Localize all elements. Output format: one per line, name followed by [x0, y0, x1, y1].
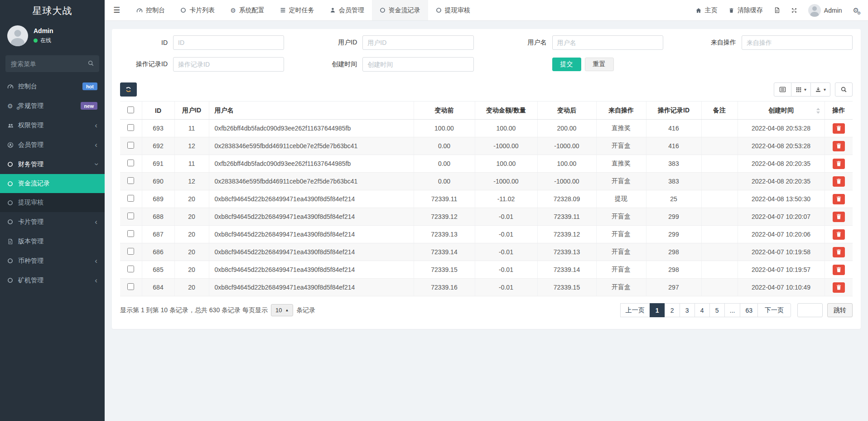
delete-button[interactable]: [833, 176, 845, 187]
sidebar-item-fund-records[interactable]: 资金流记录: [0, 174, 105, 193]
delete-button[interactable]: [833, 247, 845, 257]
cell-remark: [701, 226, 738, 243]
home-link[interactable]: 主页: [695, 6, 718, 15]
tab-members[interactable]: 会员管理: [322, 0, 372, 20]
page-size-dropdown[interactable]: 10 ▲: [271, 304, 293, 316]
tab-system-config[interactable]: ⚙ 系统配置: [222, 0, 272, 20]
op-record-id-input[interactable]: [173, 57, 284, 72]
row-checkbox[interactable]: [127, 266, 134, 272]
pagination-bar: 显示第 1 到第 10 条记录，总共 630 条记录 每页显示 10 ▲ 条记录…: [120, 303, 853, 317]
row-checkbox[interactable]: [127, 213, 134, 219]
col-created[interactable]: 创建时间: [738, 102, 825, 120]
cell-created: 2022-04-07 10:10:49: [738, 279, 825, 296]
export-dropdown-button[interactable]: ▾: [810, 82, 830, 97]
sidebar-item-versions[interactable]: 版本管理: [0, 232, 105, 251]
row-checkbox[interactable]: [127, 177, 134, 184]
table-row: 689 20 0xb8cf94645d22b268499471ea4390f8d…: [120, 190, 853, 208]
tab-dashboard[interactable]: 控制台: [129, 0, 173, 20]
circle-icon: [7, 181, 18, 187]
hot-badge: hot: [82, 82, 97, 90]
row-checkbox[interactable]: [127, 230, 134, 237]
clear-cache-link[interactable]: 清除缓存: [728, 6, 763, 15]
sidebar-item-members[interactable]: 会员管理 ‹: [0, 135, 105, 155]
row-checkbox[interactable]: [127, 160, 134, 166]
user-icon: [330, 7, 336, 13]
user-menu[interactable]: Admin: [808, 4, 842, 17]
id-input[interactable]: [173, 35, 284, 50]
username-input[interactable]: [552, 35, 663, 50]
cell-id: 692: [142, 137, 174, 155]
row-checkbox[interactable]: [127, 195, 134, 202]
page-button[interactable]: 5: [709, 303, 725, 317]
table-body: 693 11 0xfb26bff4db5fadc090d93ee262f1163…: [120, 120, 853, 296]
sort-icon[interactable]: [816, 108, 820, 114]
select-all-checkbox[interactable]: [127, 106, 134, 113]
search-icon[interactable]: [87, 60, 94, 67]
table-row: 690 12 0x2838346e595fbdd46911ceb0e7e2f5d…: [120, 173, 853, 190]
sidebar-item-finance[interactable]: 财务管理 ‹: [0, 155, 105, 174]
cell-amount: -0.01: [475, 279, 537, 296]
delete-button[interactable]: [833, 123, 845, 134]
sidebar-item-dashboard[interactable]: 控制台 hot: [0, 77, 105, 96]
columns-dropdown-button[interactable]: ▾: [791, 82, 811, 97]
sidebar-item-miners[interactable]: 矿机管理 ‹: [0, 271, 105, 290]
created-time-input[interactable]: [362, 57, 473, 72]
page-button[interactable]: 4: [694, 303, 710, 317]
row-checkbox[interactable]: [127, 124, 134, 131]
page-button[interactable]: ...: [724, 303, 741, 317]
circle-icon: [7, 258, 18, 264]
sidebar-item-cards[interactable]: 卡片管理 ‹: [0, 212, 105, 232]
delete-button[interactable]: [833, 282, 845, 293]
tab-fund-records[interactable]: 资金流记录: [372, 0, 428, 20]
sidebar-search-input[interactable]: [5, 55, 99, 72]
delete-button[interactable]: [833, 159, 845, 169]
sidebar-item-currencies[interactable]: 币种管理 ‹: [0, 251, 105, 271]
delete-button[interactable]: [833, 194, 845, 204]
delete-button[interactable]: [833, 212, 845, 222]
cell-op-record-id: 383: [646, 155, 701, 173]
cell-amount: -11.02: [475, 190, 537, 208]
reset-button[interactable]: 重置: [585, 58, 614, 71]
cell-id: 688: [142, 208, 174, 226]
user-id-input[interactable]: [362, 35, 473, 50]
delete-button[interactable]: [833, 141, 845, 151]
delete-button[interactable]: [833, 229, 845, 240]
page-button[interactable]: 上一页: [620, 303, 650, 317]
search-toggle-button[interactable]: [835, 82, 853, 97]
sidebar-item-withdraw-review[interactable]: 提现审核: [0, 193, 105, 212]
page-button[interactable]: 1: [650, 303, 665, 317]
cell-user-id: 20: [174, 243, 209, 261]
docs-icon[interactable]: [774, 7, 780, 14]
page-button[interactable]: 3: [680, 303, 695, 317]
refresh-button[interactable]: [120, 82, 137, 97]
cell-op-record-id: 299: [646, 208, 701, 226]
page-button[interactable]: 下一页: [757, 303, 791, 317]
row-checkbox[interactable]: [127, 283, 134, 290]
row-checkbox[interactable]: [127, 142, 134, 149]
settings-gears-icon[interactable]: ⚙⚙: [853, 6, 859, 15]
col-source: 来自操作: [596, 102, 646, 120]
tab-scheduled-tasks[interactable]: 定时任务: [272, 0, 322, 20]
cell-after: 200.00: [537, 120, 596, 137]
submit-button[interactable]: 提交: [552, 58, 581, 71]
hamburger-icon[interactable]: ☰: [105, 0, 129, 20]
tab-card-list[interactable]: 卡片列表: [173, 0, 222, 20]
delete-button[interactable]: [833, 265, 845, 275]
main-area: ☰ 控制台 卡片列表 ⚙ 系统配置 定时任务 会员管理: [105, 0, 868, 421]
page-button[interactable]: 63: [740, 303, 758, 317]
source-input[interactable]: [742, 35, 853, 50]
col-user-id: 用户ID: [174, 102, 209, 120]
filter-username: 用户名: [499, 35, 663, 50]
row-checkbox[interactable]: [127, 248, 134, 255]
jump-page-input[interactable]: [797, 303, 823, 317]
sidebar-item-permissions[interactable]: 权限管理 ‹: [0, 116, 105, 135]
detail-view-button[interactable]: [774, 82, 791, 97]
jump-button[interactable]: 跳转: [827, 303, 853, 317]
caret-down-icon: ▾: [804, 87, 806, 92]
page-button[interactable]: 2: [665, 303, 680, 317]
cell-source: 开盲盒: [596, 173, 646, 190]
cell-source: 开盲盒: [596, 226, 646, 243]
sidebar-item-general[interactable]: ⚙⚙ 常规管理 new: [0, 96, 105, 116]
fullscreen-icon[interactable]: [791, 7, 797, 14]
tab-withdraw-review[interactable]: 提现审核: [428, 0, 478, 20]
